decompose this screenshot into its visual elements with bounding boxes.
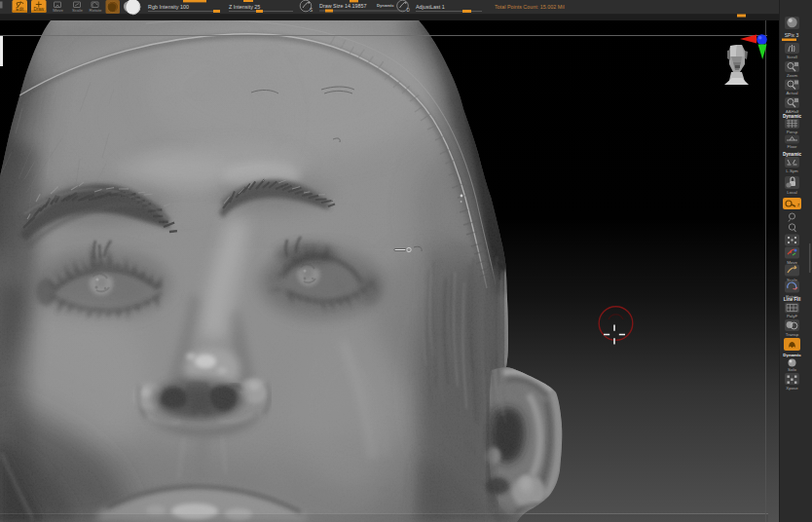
svg-text:Xpose: Xpose [786,386,798,391]
svg-text:Edit: Edit [16,7,24,12]
svg-text:Scale: Scale [72,8,84,13]
svg-text:Move: Move [53,8,63,13]
svg-text:Dynamic: Dynamic [377,3,394,8]
svg-text:Dynamic: Dynamic [783,152,802,157]
svg-text:Transp: Transp [786,332,799,337]
svg-text:Draw Size 14.19857: Draw Size 14.19857 [319,3,367,9]
svg-text:AdjustLast 1: AdjustLast 1 [416,4,445,10]
svg-text:Local: Local [787,190,797,195]
svg-text:Dynamic: Dynamic [783,353,801,357]
svg-text:Solo: Solo [788,367,796,372]
svg-text:Rotate: Rotate [90,8,102,13]
svg-text:Scroll: Scroll [787,55,797,59]
svg-text:Line Fill: Line Fill [784,297,800,302]
svg-text:Move: Move [787,260,797,265]
svg-text:S: S [310,8,313,13]
svg-text:Actual: Actual [786,91,797,95]
svg-text:L.Sym: L.Sym [786,168,798,173]
svg-text:Floor: Floor [787,144,797,149]
svg-text:Zoom: Zoom [787,73,798,78]
svg-text:Total Points Count: 15.002 Mil: Total Points Count: 15.002 Mil [495,4,565,10]
svg-text:SPix 3: SPix 3 [785,32,799,38]
svg-text:Persp: Persp [787,130,798,134]
svg-text:Dynamic: Dynamic [783,114,802,119]
svg-text:Draw: Draw [33,7,44,12]
svg-text:PolyF: PolyF [787,314,798,318]
svg-text:Rgb Intensity 100: Rgb Intensity 100 [148,4,189,10]
svg-text:Z Intensity 25: Z Intensity 25 [229,4,260,10]
